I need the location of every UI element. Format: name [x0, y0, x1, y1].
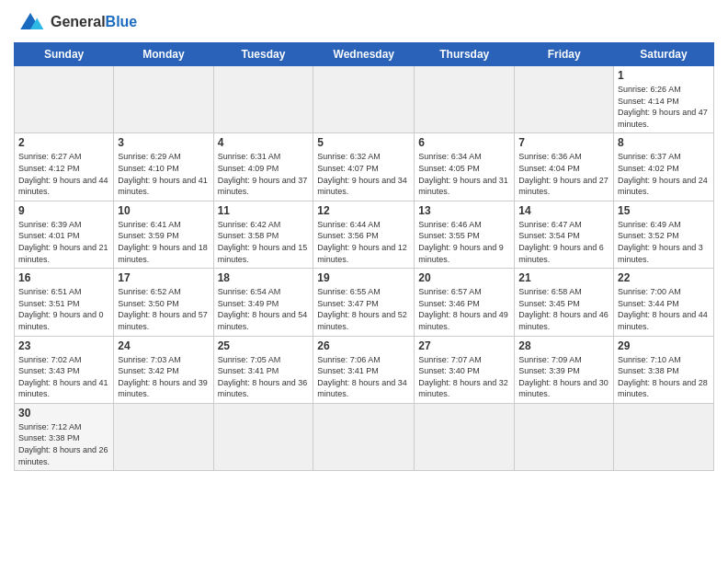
day-info: Sunrise: 7:02 AM Sunset: 3:43 PM Dayligh… — [18, 354, 109, 400]
day-info: Sunrise: 6:52 AM Sunset: 3:50 PM Dayligh… — [118, 286, 209, 332]
day-cell: 10Sunrise: 6:41 AM Sunset: 3:59 PM Dayli… — [114, 201, 213, 268]
day-info: Sunrise: 6:44 AM Sunset: 3:56 PM Dayligh… — [317, 219, 410, 265]
day-info: Sunrise: 6:49 AM Sunset: 3:52 PM Dayligh… — [618, 219, 710, 265]
day-cell — [213, 403, 313, 470]
day-cell — [114, 66, 213, 133]
day-info: Sunrise: 6:26 AM Sunset: 4:14 PM Dayligh… — [618, 84, 710, 130]
weekday-header-wednesday: Wednesday — [313, 43, 415, 66]
day-cell — [114, 403, 213, 470]
day-cell: 17Sunrise: 6:52 AM Sunset: 3:50 PM Dayli… — [114, 269, 213, 336]
day-info: Sunrise: 6:29 AM Sunset: 4:10 PM Dayligh… — [118, 151, 209, 197]
day-number: 4 — [218, 136, 310, 149]
day-info: Sunrise: 6:27 AM Sunset: 4:12 PM Dayligh… — [18, 151, 109, 197]
day-number: 17 — [118, 271, 209, 284]
day-number: 14 — [518, 204, 609, 217]
page: GeneralBlue SundayMondayTuesdayWednesday… — [0, 0, 728, 563]
day-cell: 29Sunrise: 7:10 AM Sunset: 3:38 PM Dayli… — [614, 336, 714, 403]
day-number: 2 — [18, 136, 109, 149]
day-cell: 7Sunrise: 6:36 AM Sunset: 4:04 PM Daylig… — [515, 133, 614, 201]
week-row-0: 1Sunrise: 6:26 AM Sunset: 4:14 PM Daylig… — [15, 66, 714, 133]
day-number: 6 — [418, 136, 510, 149]
day-cell — [614, 403, 714, 470]
day-number: 10 — [118, 204, 209, 217]
day-number: 8 — [618, 136, 710, 149]
day-number: 9 — [18, 204, 109, 217]
day-cell: 13Sunrise: 6:46 AM Sunset: 3:55 PM Dayli… — [415, 201, 515, 268]
day-number: 22 — [618, 271, 710, 284]
day-info: Sunrise: 7:05 AM Sunset: 3:41 PM Dayligh… — [218, 354, 310, 400]
day-cell: 23Sunrise: 7:02 AM Sunset: 3:43 PM Dayli… — [15, 336, 114, 403]
header: GeneralBlue — [14, 9, 714, 35]
calendar: SundayMondayTuesdayWednesdayThursdayFrid… — [14, 42, 714, 471]
day-number: 29 — [618, 339, 710, 352]
day-number: 24 — [118, 339, 209, 352]
day-info: Sunrise: 6:42 AM Sunset: 3:58 PM Dayligh… — [218, 219, 310, 265]
day-cell: 3Sunrise: 6:29 AM Sunset: 4:10 PM Daylig… — [114, 133, 213, 201]
day-number: 23 — [18, 339, 109, 352]
weekday-header-row: SundayMondayTuesdayWednesdayThursdayFrid… — [15, 43, 714, 66]
day-info: Sunrise: 7:10 AM Sunset: 3:38 PM Dayligh… — [618, 354, 710, 400]
logo-icon — [14, 9, 47, 35]
day-cell: 15Sunrise: 6:49 AM Sunset: 3:52 PM Dayli… — [614, 201, 714, 268]
week-row-4: 23Sunrise: 7:02 AM Sunset: 3:43 PM Dayli… — [15, 336, 714, 403]
day-cell: 26Sunrise: 7:06 AM Sunset: 3:41 PM Dayli… — [313, 336, 415, 403]
day-cell: 14Sunrise: 6:47 AM Sunset: 3:54 PM Dayli… — [515, 201, 614, 268]
day-info: Sunrise: 6:47 AM Sunset: 3:54 PM Dayligh… — [518, 219, 609, 265]
day-number: 26 — [317, 339, 410, 352]
weekday-header-friday: Friday — [515, 43, 614, 66]
day-cell: 18Sunrise: 6:54 AM Sunset: 3:49 PM Dayli… — [213, 269, 313, 336]
day-cell: 5Sunrise: 6:32 AM Sunset: 4:07 PM Daylig… — [313, 133, 415, 201]
day-number: 13 — [418, 204, 510, 217]
day-cell: 1Sunrise: 6:26 AM Sunset: 4:14 PM Daylig… — [614, 66, 714, 133]
day-info: Sunrise: 6:58 AM Sunset: 3:45 PM Dayligh… — [518, 286, 609, 332]
day-cell: 11Sunrise: 6:42 AM Sunset: 3:58 PM Dayli… — [213, 201, 313, 268]
day-cell — [213, 66, 313, 133]
day-cell: 9Sunrise: 6:39 AM Sunset: 4:01 PM Daylig… — [15, 201, 114, 268]
day-cell: 27Sunrise: 7:07 AM Sunset: 3:40 PM Dayli… — [415, 336, 515, 403]
day-cell — [15, 66, 114, 133]
weekday-header-sunday: Sunday — [15, 43, 114, 66]
day-info: Sunrise: 6:51 AM Sunset: 3:51 PM Dayligh… — [18, 286, 109, 332]
weekday-header-monday: Monday — [114, 43, 213, 66]
day-cell: 25Sunrise: 7:05 AM Sunset: 3:41 PM Dayli… — [213, 336, 313, 403]
day-info: Sunrise: 6:46 AM Sunset: 3:55 PM Dayligh… — [418, 219, 510, 265]
day-number: 30 — [18, 407, 109, 419]
day-number: 11 — [218, 204, 310, 217]
day-cell — [313, 66, 415, 133]
day-number: 18 — [218, 271, 310, 284]
day-cell — [515, 403, 614, 470]
day-number: 25 — [218, 339, 310, 352]
week-row-1: 2Sunrise: 6:27 AM Sunset: 4:12 PM Daylig… — [15, 133, 714, 201]
day-cell: 16Sunrise: 6:51 AM Sunset: 3:51 PM Dayli… — [15, 269, 114, 336]
week-row-5: 30Sunrise: 7:12 AM Sunset: 3:38 PM Dayli… — [15, 403, 714, 470]
day-cell: 28Sunrise: 7:09 AM Sunset: 3:39 PM Dayli… — [515, 336, 614, 403]
day-cell: 2Sunrise: 6:27 AM Sunset: 4:12 PM Daylig… — [15, 133, 114, 201]
day-number: 5 — [317, 136, 410, 149]
day-number: 21 — [518, 271, 609, 284]
day-cell: 12Sunrise: 6:44 AM Sunset: 3:56 PM Dayli… — [313, 201, 415, 268]
day-cell: 21Sunrise: 6:58 AM Sunset: 3:45 PM Dayli… — [515, 269, 614, 336]
day-cell — [415, 403, 515, 470]
day-info: Sunrise: 7:00 AM Sunset: 3:44 PM Dayligh… — [618, 286, 710, 332]
weekday-header-tuesday: Tuesday — [213, 43, 313, 66]
week-row-3: 16Sunrise: 6:51 AM Sunset: 3:51 PM Dayli… — [15, 269, 714, 336]
day-info: Sunrise: 6:34 AM Sunset: 4:05 PM Dayligh… — [418, 151, 510, 197]
day-cell — [313, 403, 415, 470]
day-cell: 20Sunrise: 6:57 AM Sunset: 3:46 PM Dayli… — [415, 269, 515, 336]
logo-text: GeneralBlue — [51, 14, 137, 30]
weekday-header-saturday: Saturday — [614, 43, 714, 66]
day-cell: 22Sunrise: 7:00 AM Sunset: 3:44 PM Dayli… — [614, 269, 714, 336]
day-number: 19 — [317, 271, 410, 284]
day-info: Sunrise: 7:12 AM Sunset: 3:38 PM Dayligh… — [18, 421, 109, 467]
day-number: 15 — [618, 204, 710, 217]
day-cell: 8Sunrise: 6:37 AM Sunset: 4:02 PM Daylig… — [614, 133, 714, 201]
day-number: 7 — [518, 136, 609, 149]
day-number: 20 — [418, 271, 510, 284]
day-info: Sunrise: 7:06 AM Sunset: 3:41 PM Dayligh… — [317, 354, 410, 400]
day-info: Sunrise: 6:32 AM Sunset: 4:07 PM Dayligh… — [317, 151, 410, 197]
day-number: 1 — [618, 69, 710, 82]
day-number: 12 — [317, 204, 410, 217]
day-cell: 24Sunrise: 7:03 AM Sunset: 3:42 PM Dayli… — [114, 336, 213, 403]
day-number: 28 — [518, 339, 609, 352]
day-cell — [415, 66, 515, 133]
